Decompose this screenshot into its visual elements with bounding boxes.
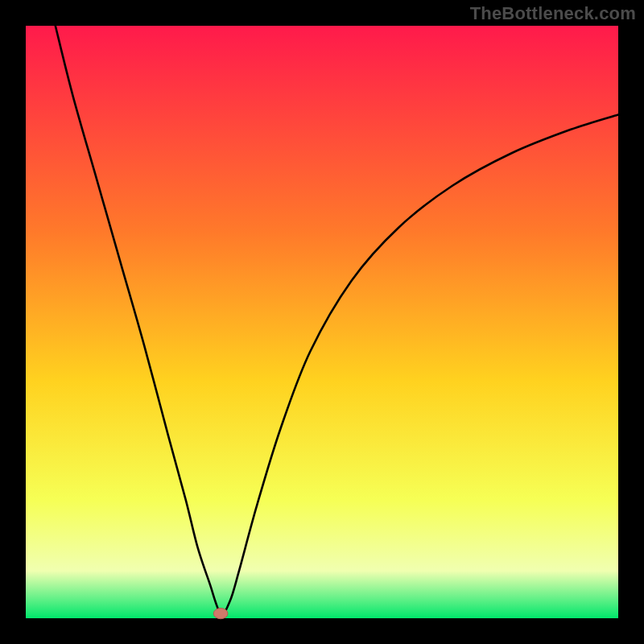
chart-frame: TheBottleneck.com — [0, 0, 644, 644]
gradient-background — [26, 26, 618, 618]
bottleneck-chart — [0, 0, 644, 644]
attribution-label: TheBottleneck.com — [470, 3, 636, 24]
minimum-marker — [213, 608, 228, 618]
